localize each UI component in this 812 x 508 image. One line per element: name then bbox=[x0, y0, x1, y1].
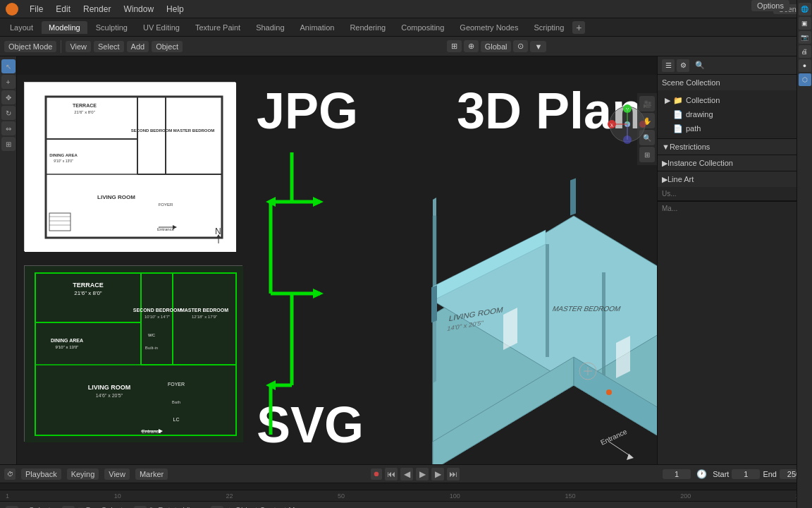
gizmo-widget[interactable]: X Y bbox=[606, 103, 648, 159]
tab-geometry-nodes[interactable]: Geometry Nodes bbox=[453, 21, 525, 34]
active-properties-icon[interactable]: ⬡ bbox=[799, 73, 811, 86]
right-panel-header: ☰ ⚙ 🔍 bbox=[658, 56, 812, 75]
prev-frame-button[interactable]: ◀ bbox=[400, 468, 413, 480]
svg-text:SECOND BEDROOM: SECOND BEDROOM bbox=[131, 128, 173, 133]
outliner-item-drawing[interactable]: 📄 drawing bbox=[662, 107, 808, 121]
play-button[interactable]: ▶ bbox=[416, 468, 429, 480]
tab-rendering[interactable]: Rendering bbox=[343, 21, 393, 34]
line-art-header[interactable]: ▶ Line Art bbox=[658, 171, 812, 187]
timeline-panel-icon[interactable]: ⏱ bbox=[4, 468, 16, 480]
tab-uv-editing[interactable]: UV Editing bbox=[136, 21, 187, 34]
instance-collapse-icon: ▶ bbox=[662, 159, 668, 168]
blender-logo[interactable] bbox=[6, 3, 18, 16]
add-menu[interactable]: Add bbox=[127, 41, 149, 52]
jump-end-button[interactable]: ⏭ bbox=[447, 468, 460, 480]
tab-shading[interactable]: Shading bbox=[249, 21, 291, 34]
rotate-tool-icon[interactable]: ↻ bbox=[1, 106, 16, 120]
filter-btn[interactable]: ▼ bbox=[530, 41, 546, 52]
outliner-item-path[interactable]: 📄 path bbox=[662, 121, 808, 135]
svg-text:21'6" x 8'0": 21'6" x 8'0" bbox=[74, 290, 102, 296]
divider-1 bbox=[61, 40, 61, 53]
panel-search-icon[interactable]: 🔍 bbox=[695, 61, 705, 70]
jump-start-button[interactable]: ⏮ bbox=[385, 468, 398, 480]
output-properties-icon[interactable]: 🖨 bbox=[799, 56, 811, 58]
current-frame-display[interactable]: 1 bbox=[663, 469, 691, 479]
line-art-section: ▶ Line Art Us... bbox=[658, 171, 812, 201]
record-button[interactable]: ⏺ bbox=[371, 468, 382, 480]
tab-animation[interactable]: Animation bbox=[293, 21, 342, 34]
next-frame-button[interactable]: ▶ bbox=[431, 468, 444, 480]
svg-marker-68 bbox=[546, 244, 549, 357]
mode-selector[interactable]: Object Mode bbox=[4, 41, 56, 52]
right-panel: ☰ ⚙ 🔍 Scene Collection ▶ 📁 Collection 📄 … bbox=[657, 56, 812, 464]
menu-help[interactable]: Help bbox=[161, 3, 190, 16]
instance-collection-section: ▶ Instance Collection bbox=[658, 155, 812, 171]
marker-menu[interactable]: Marker bbox=[135, 468, 168, 480]
transform-tool-icon[interactable]: ⊞ bbox=[1, 137, 16, 151]
menu-edit[interactable]: Edit bbox=[50, 3, 76, 16]
drawing-icon: 📄 bbox=[673, 110, 683, 119]
svg-point-87 bbox=[606, 389, 612, 395]
properties-icon[interactable]: ⚙ bbox=[677, 59, 689, 72]
keying-menu[interactable]: Keying bbox=[67, 468, 99, 480]
tab-scripting[interactable]: Scripting bbox=[527, 21, 571, 34]
select-tool-icon[interactable]: ↖ bbox=[1, 59, 16, 73]
outliner-item-collection[interactable]: ▶ 📁 Collection bbox=[662, 93, 808, 107]
tab-texture-paint[interactable]: Texture Paint bbox=[188, 21, 247, 34]
frame-start-input[interactable]: 1 bbox=[732, 469, 760, 479]
object-menu[interactable]: Object bbox=[152, 41, 183, 52]
ruler-150: 150 bbox=[565, 492, 576, 500]
tab-modeling[interactable]: Modeling bbox=[42, 21, 87, 34]
svg-marker-83 bbox=[627, 454, 634, 460]
material-properties-icon[interactable]: ● bbox=[799, 59, 811, 72]
tab-layout[interactable]: Layout bbox=[3, 21, 40, 34]
ruler-numbers: 1 10 22 50 100 150 200 250 bbox=[6, 492, 806, 501]
select-menu[interactable]: Select bbox=[94, 41, 124, 52]
viewport-content: TERRACE 21'6" x 8'0" DINING AREA 9'10" x… bbox=[17, 75, 657, 464]
pivot-btn[interactable]: ⊕ bbox=[464, 40, 479, 52]
move-tool-icon[interactable]: ✥ bbox=[1, 90, 16, 104]
options-button[interactable]: Options bbox=[751, 0, 789, 11]
svg-text:12'18" x 17'9": 12'18" x 17'9" bbox=[192, 315, 217, 319]
cursor-tool-icon[interactable]: + bbox=[1, 75, 16, 89]
drawing-label: drawing bbox=[686, 110, 713, 119]
scene-collection-header[interactable]: Scene Collection bbox=[658, 75, 812, 90]
transform-btn[interactable]: Global bbox=[481, 41, 512, 52]
floorplan-jpg: TERRACE 21'6" x 8'0" DINING AREA 9'10" x… bbox=[24, 82, 235, 251]
outliner-icon[interactable]: ☰ bbox=[662, 59, 675, 72]
svg-text:Entrance: Entrance bbox=[157, 227, 175, 231]
menu-window[interactable]: Window bbox=[118, 3, 159, 16]
svg-text:Entrance: Entrance bbox=[599, 428, 628, 447]
status-bar: ◀ ◀ Select ⊞ ⊞ Box Select ↻ ↻ Rotate Vie… bbox=[0, 501, 812, 508]
viewport[interactable]: TERRACE 21'6" x 8'0" DINING AREA 9'10" x… bbox=[17, 56, 657, 464]
view-menu[interactable]: View bbox=[66, 41, 91, 52]
line-art-collapse-icon: ▶ bbox=[662, 175, 668, 184]
svg-text:SECOND BEDROOM: SECOND BEDROOM bbox=[133, 308, 182, 313]
frame-ruler: 1 10 22 50 100 150 200 250 bbox=[0, 490, 812, 501]
svg-text:LC: LC bbox=[173, 417, 180, 422]
timeline-area: ⏱ Playback Keying View Marker ⏺ ⏮ ◀ ▶ ▶ … bbox=[0, 464, 812, 490]
restrictions-header[interactable]: ▼ Restrictions bbox=[658, 139, 812, 155]
menu-file[interactable]: File bbox=[24, 3, 49, 16]
playback-menu[interactable]: Playback bbox=[21, 468, 61, 480]
main-area: ↖ + ✥ ↻ ⇔ ⊞ bbox=[0, 56, 812, 464]
end-label: End bbox=[763, 470, 777, 478]
svg-marker-61 bbox=[313, 289, 324, 298]
menu-render[interactable]: Render bbox=[78, 3, 116, 16]
snap-btn[interactable]: ⊞ bbox=[447, 40, 462, 52]
viewport-3d-plan: LIVING ROOM 14'0" x 20'5" MASTER BEDROOM… bbox=[334, 117, 657, 464]
svg-text:LIVING ROOM: LIVING ROOM bbox=[88, 384, 131, 391]
path-label: path bbox=[686, 124, 701, 133]
svg-text:Bath: Bath bbox=[172, 400, 180, 404]
svg-line-82 bbox=[609, 442, 630, 456]
tab-compositing[interactable]: Compositing bbox=[394, 21, 451, 34]
view-menu-timeline[interactable]: View bbox=[104, 468, 130, 480]
restrictions-collapse-icon: ▼ bbox=[662, 143, 670, 151]
scale-tool-icon[interactable]: ⇔ bbox=[1, 121, 16, 135]
ma-label: Ma... bbox=[662, 205, 808, 212]
instance-collection-header[interactable]: ▶ Instance Collection bbox=[658, 155, 812, 171]
overlay-btn[interactable]: ⊙ bbox=[513, 40, 528, 52]
tab-sculpting[interactable]: Sculpting bbox=[89, 21, 135, 34]
add-workspace-button[interactable]: + bbox=[572, 21, 585, 34]
workspace-tabs: Layout Modeling Sculpting UV Editing Tex… bbox=[0, 18, 812, 37]
